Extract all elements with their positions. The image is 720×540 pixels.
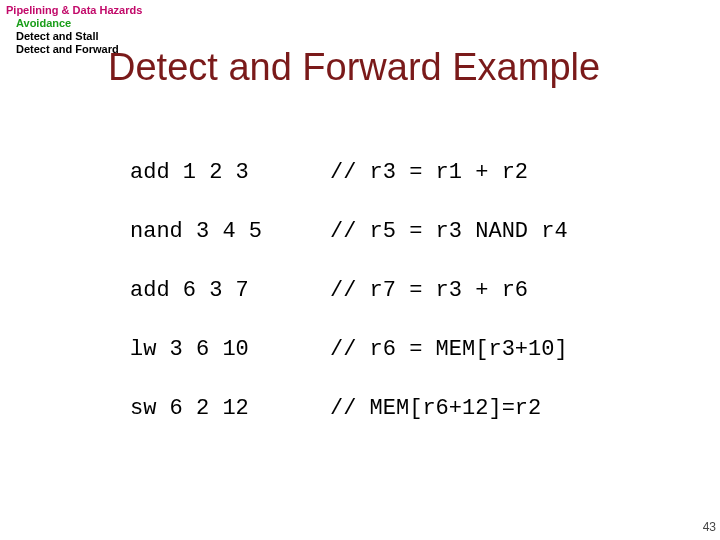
code-op: add 1 2 3 [130,160,330,219]
code-op: nand 3 4 5 [130,219,330,278]
code-comment: // r5 = r3 NAND r4 [330,219,568,278]
code-comment: // r7 = r3 + r6 [330,278,568,337]
code-row: add 6 3 7 // r7 = r3 + r6 [130,278,568,337]
page-title: Detect and Forward Example [108,46,600,89]
code-example: add 1 2 3 // r3 = r1 + r2 nand 3 4 5 // … [130,160,568,421]
breadcrumb-root: Pipelining & Data Hazards [6,4,142,17]
code-row: nand 3 4 5 // r5 = r3 NAND r4 [130,219,568,278]
code-comment: // r6 = MEM[r3+10] [330,337,568,396]
code-row: lw 3 6 10 // r6 = MEM[r3+10] [130,337,568,396]
code-row: add 1 2 3 // r3 = r1 + r2 [130,160,568,219]
code-comment: // r3 = r1 + r2 [330,160,568,219]
code-op: lw 3 6 10 [130,337,330,396]
code-op: add 6 3 7 [130,278,330,337]
page-number: 43 [703,520,716,534]
breadcrumb-avoidance: Avoidance [16,17,142,30]
code-comment: // MEM[r6+12]=r2 [330,396,568,421]
code-row: sw 6 2 12 // MEM[r6+12]=r2 [130,396,568,421]
code-op: sw 6 2 12 [130,396,330,421]
breadcrumb-stall: Detect and Stall [16,30,142,43]
